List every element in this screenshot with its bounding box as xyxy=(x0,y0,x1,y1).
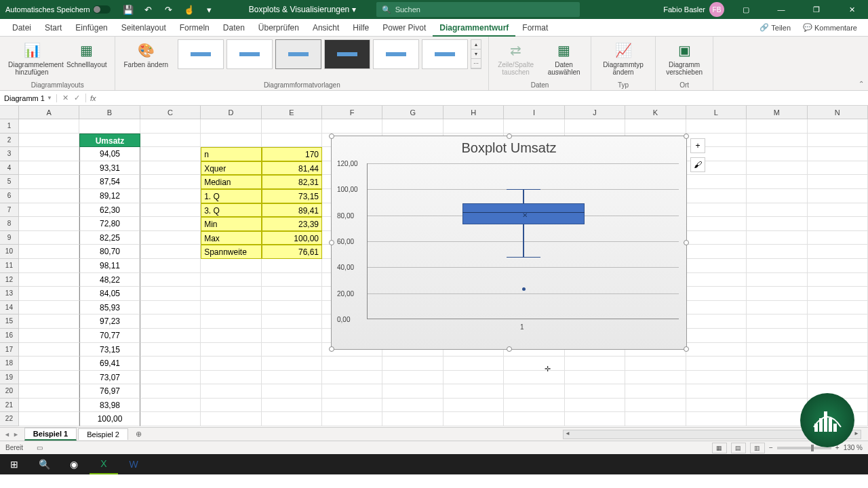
add-sheet-button[interactable]: ⊕ xyxy=(132,430,146,439)
cell[interactable] xyxy=(19,119,79,134)
cell[interactable] xyxy=(686,314,747,329)
cell[interactable] xyxy=(262,329,322,343)
cell[interactable] xyxy=(140,329,201,343)
cell[interactable] xyxy=(504,399,564,413)
chart-elements-button[interactable]: + xyxy=(690,138,705,153)
cell[interactable]: 73,15 xyxy=(262,189,322,203)
col-header[interactable]: F xyxy=(322,106,382,119)
cell[interactable] xyxy=(808,175,868,189)
cell[interactable] xyxy=(19,329,79,343)
share-button[interactable]: 🔗 Teilen xyxy=(755,22,795,33)
cell[interactable] xyxy=(382,119,443,134)
cell[interactable] xyxy=(808,343,868,357)
row-header[interactable]: 9 xyxy=(0,231,19,245)
row-header[interactable]: 15 xyxy=(0,314,19,329)
cell[interactable] xyxy=(19,203,79,218)
cell[interactable] xyxy=(140,259,201,273)
cell[interactable] xyxy=(140,147,201,161)
cell[interactable] xyxy=(686,175,747,189)
cell[interactable] xyxy=(808,357,868,371)
cell[interactable] xyxy=(808,314,868,329)
cell[interactable] xyxy=(565,384,625,399)
cell[interactable]: 98,11 xyxy=(79,259,140,273)
zoom-level[interactable]: 130 % xyxy=(844,444,863,451)
cell[interactable] xyxy=(201,119,261,134)
tab-seitenlayout[interactable]: Seitenlayout xyxy=(115,19,173,37)
cell[interactable]: 80,70 xyxy=(79,245,140,259)
row-header[interactable]: 2 xyxy=(0,134,19,148)
cell[interactable] xyxy=(262,119,322,134)
cell[interactable] xyxy=(201,329,261,343)
cell[interactable] xyxy=(140,412,201,426)
col-header[interactable]: H xyxy=(443,106,504,119)
row-header[interactable]: 17 xyxy=(0,343,19,357)
sheet-tab-2[interactable]: Beispiel 2 xyxy=(78,428,128,440)
row-header[interactable]: 21 xyxy=(0,399,19,413)
cell[interactable] xyxy=(322,384,382,399)
cell[interactable]: 82,31 xyxy=(262,175,322,189)
cell[interactable] xyxy=(625,371,686,385)
row-header[interactable]: 20 xyxy=(0,384,19,399)
row-header[interactable]: 18 xyxy=(0,357,19,371)
autosave-toggle[interactable]: Automatisches Speichern xyxy=(0,5,116,14)
row-header[interactable]: 4 xyxy=(0,161,19,176)
row-header[interactable]: 22 xyxy=(0,412,19,426)
cell[interactable] xyxy=(747,217,807,231)
cell[interactable] xyxy=(79,119,140,134)
cell[interactable] xyxy=(747,314,807,329)
cell[interactable] xyxy=(19,399,79,413)
sheet-nav[interactable]: ◄► xyxy=(0,431,23,438)
cell[interactable] xyxy=(747,231,807,245)
cell[interactable] xyxy=(808,217,868,231)
tab-datei[interactable]: Datei xyxy=(5,19,38,37)
cell[interactable] xyxy=(747,371,807,385)
cell[interactable] xyxy=(686,189,747,203)
cell[interactable]: 89,41 xyxy=(262,203,322,218)
cell[interactable] xyxy=(747,245,807,259)
col-header[interactable]: J xyxy=(565,106,625,119)
cell[interactable] xyxy=(382,357,443,371)
cell[interactable] xyxy=(140,273,201,287)
cell[interactable] xyxy=(808,329,868,343)
chart-title[interactable]: Boxplot Umsatz xyxy=(332,136,686,157)
cell[interactable] xyxy=(140,203,201,218)
cell[interactable] xyxy=(808,231,868,245)
cell[interactable] xyxy=(19,314,79,329)
cell[interactable] xyxy=(565,119,625,134)
cell[interactable]: 70,77 xyxy=(79,329,140,343)
cell[interactable] xyxy=(201,287,261,301)
tab-hilfe[interactable]: Hilfe xyxy=(346,19,376,37)
cell[interactable]: 69,41 xyxy=(79,357,140,371)
cell[interactable] xyxy=(322,399,382,413)
sheet-tab-1[interactable]: Beispiel 1 xyxy=(24,428,77,441)
cell[interactable] xyxy=(19,384,79,399)
col-header[interactable]: M xyxy=(747,106,807,119)
cell[interactable] xyxy=(19,189,79,203)
cell[interactable]: Median xyxy=(201,175,261,189)
tab-powerpivot[interactable]: Power Pivot xyxy=(376,19,433,37)
gallery-more-icon[interactable]: ▴▾⋯ xyxy=(471,39,481,69)
cell[interactable] xyxy=(140,399,201,413)
select-all-corner[interactable] xyxy=(0,106,19,119)
cell[interactable] xyxy=(140,189,201,203)
cell[interactable] xyxy=(140,175,201,189)
cell[interactable] xyxy=(382,399,443,413)
cell[interactable] xyxy=(747,161,807,176)
row-header[interactable]: 11 xyxy=(0,259,19,273)
col-header[interactable]: A xyxy=(19,106,79,119)
save-icon[interactable]: 💾 xyxy=(123,4,134,15)
cell[interactable] xyxy=(19,217,79,231)
cell[interactable] xyxy=(625,357,686,371)
cell[interactable] xyxy=(747,203,807,218)
change-colors-button[interactable]: 🎨Farben ändern xyxy=(122,39,170,70)
cell[interactable]: 76,97 xyxy=(79,384,140,399)
cell[interactable] xyxy=(747,301,807,315)
cell[interactable] xyxy=(322,412,382,426)
cell[interactable] xyxy=(686,119,747,134)
cell[interactable] xyxy=(565,371,625,385)
cell[interactable] xyxy=(747,259,807,273)
col-header[interactable]: C xyxy=(140,106,201,119)
move-chart-button[interactable]: ▣Diagramm verschieben xyxy=(663,39,706,77)
select-data-button[interactable]: ▦Daten auswählen xyxy=(544,39,584,77)
cell[interactable] xyxy=(504,119,564,134)
